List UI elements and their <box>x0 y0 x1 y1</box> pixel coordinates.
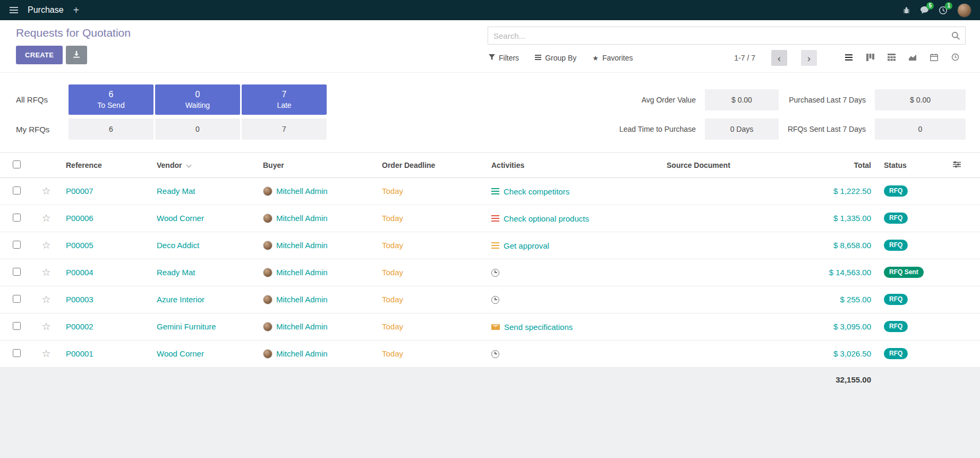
pager-previous-button[interactable]: ‹ <box>771 50 787 66</box>
row-checkbox[interactable] <box>13 214 21 222</box>
activity-label[interactable]: Check optional products <box>504 214 589 223</box>
row-checkbox[interactable] <box>13 268 21 276</box>
lead-time-value[interactable]: 0 Days <box>705 118 779 140</box>
buyer-link[interactable]: Mitchell Admin <box>276 186 328 196</box>
favorite-star-icon[interactable]: ☆ <box>41 321 50 332</box>
buyer-link[interactable]: Mitchell Admin <box>276 268 328 277</box>
vendor-link[interactable]: Wood Corner <box>157 214 204 223</box>
filters-button[interactable]: Filters <box>488 52 520 64</box>
tasks-icon[interactable] <box>491 188 499 194</box>
column-header-total[interactable]: Total <box>798 153 877 177</box>
row-checkbox[interactable] <box>13 349 21 357</box>
my-waiting-count[interactable]: 0 <box>155 118 240 140</box>
table-row[interactable]: ☆ P00001 Wood Corner Mitchell Admin Toda… <box>0 340 980 367</box>
source-document-value <box>660 259 798 286</box>
activities-icon[interactable]: 1 <box>939 6 948 15</box>
table-row[interactable]: ☆ P00005 Deco Addict Mitchell Admin Toda… <box>0 232 980 259</box>
clock-icon[interactable] <box>491 269 499 277</box>
buyer-link[interactable]: Mitchell Admin <box>276 295 328 304</box>
reference-link[interactable]: P00001 <box>66 349 93 358</box>
column-header-activities[interactable]: Activities <box>485 153 660 177</box>
pivot-view-button[interactable] <box>881 50 902 66</box>
row-checkbox[interactable] <box>13 241 21 249</box>
reference-link[interactable]: P00006 <box>66 214 93 223</box>
debug-bug-icon[interactable] <box>902 6 910 14</box>
reference-link[interactable]: P00002 <box>66 322 93 331</box>
dash-card-to-send[interactable]: 6 To Send <box>69 84 154 115</box>
favorite-star-icon[interactable]: ☆ <box>41 267 50 278</box>
tasks-icon[interactable] <box>491 242 499 249</box>
vendor-link[interactable]: Deco Addict <box>157 241 199 250</box>
pager-next-button[interactable]: › <box>801 50 817 66</box>
reference-link[interactable]: P00004 <box>66 268 93 277</box>
column-header-buyer[interactable]: Buyer <box>257 153 376 177</box>
buyer-avatar <box>263 186 272 196</box>
envelope-icon[interactable] <box>491 324 500 330</box>
activity-view-button[interactable] <box>944 50 966 66</box>
buyer-avatar <box>263 322 272 332</box>
list-view-button[interactable] <box>838 50 859 66</box>
messages-badge: 5 <box>926 2 934 10</box>
favorite-star-icon[interactable]: ☆ <box>41 185 50 197</box>
content-area: All RFQs 6 To Send 0 Waiting 7 Late My R… <box>0 73 980 458</box>
favorite-star-icon[interactable]: ☆ <box>41 240 50 251</box>
user-avatar[interactable] <box>957 3 972 18</box>
create-button[interactable]: CREATE <box>16 46 63 64</box>
column-header-status[interactable]: Status <box>877 153 947 177</box>
row-checkbox[interactable] <box>13 322 21 330</box>
dash-card-waiting[interactable]: 0 Waiting <box>155 84 240 115</box>
optional-columns-button[interactable] <box>947 153 980 177</box>
rfqs-sent-last-7-days-value[interactable]: 0 <box>875 118 966 140</box>
table-row[interactable]: ☆ P00006 Wood Corner Mitchell Admin Toda… <box>0 205 980 232</box>
buyer-link[interactable]: Mitchell Admin <box>276 241 328 250</box>
buyer-link[interactable]: Mitchell Admin <box>276 214 328 223</box>
favorite-star-icon[interactable]: ☆ <box>41 294 50 305</box>
column-header-vendor[interactable]: Vendor <box>150 153 257 177</box>
activity-label[interactable]: Get approval <box>504 241 549 250</box>
plus-icon[interactable]: + <box>73 5 80 15</box>
reference-link[interactable]: P00003 <box>66 295 93 304</box>
export-button[interactable] <box>66 46 87 64</box>
activity-label[interactable]: Send specifications <box>504 323 573 332</box>
column-header-source-document[interactable]: Source Document <box>660 153 798 177</box>
favorites-button[interactable]: ★ Favorites <box>591 52 634 64</box>
clock-icon[interactable] <box>491 296 499 304</box>
tasks-icon[interactable] <box>491 215 499 222</box>
column-header-order-deadline[interactable]: Order Deadline <box>376 153 485 177</box>
favorite-star-icon[interactable]: ☆ <box>41 213 50 224</box>
messages-icon[interactable]: 5 <box>920 6 929 14</box>
vendor-link[interactable]: Azure Interior <box>157 295 204 304</box>
search-input[interactable] <box>488 27 965 44</box>
buyer-link[interactable]: Mitchell Admin <box>276 349 328 358</box>
favorite-star-icon[interactable]: ☆ <box>41 348 50 359</box>
table-row[interactable]: ☆ P00002 Gemini Furniture Mitchell Admin… <box>0 313 980 340</box>
reference-link[interactable]: P00005 <box>66 241 93 250</box>
clock-icon[interactable] <box>491 350 499 358</box>
app-name[interactable]: Purchase <box>28 5 64 15</box>
group-by-button[interactable]: Group By <box>534 52 577 64</box>
calendar-view-button[interactable] <box>923 50 944 66</box>
apps-menu-icon[interactable] <box>8 5 19 15</box>
activity-label[interactable]: Check competitors <box>504 187 569 196</box>
select-all-checkbox[interactable] <box>13 160 21 168</box>
my-late-count[interactable]: 7 <box>242 118 327 140</box>
kanban-view-button[interactable] <box>859 50 881 66</box>
table-row[interactable]: ☆ P00007 Ready Mat Mitchell Admin Today … <box>0 177 980 205</box>
column-header-reference[interactable]: Reference <box>59 153 150 177</box>
vendor-link[interactable]: Ready Mat <box>157 268 195 277</box>
purchased-last-7-days-value[interactable]: $ 0.00 <box>875 89 966 111</box>
row-checkbox[interactable] <box>13 295 21 303</box>
vendor-link[interactable]: Gemini Furniture <box>157 322 216 331</box>
vendor-link[interactable]: Wood Corner <box>157 349 204 358</box>
vendor-link[interactable]: Ready Mat <box>157 186 195 196</box>
avg-order-value[interactable]: $ 0.00 <box>705 89 779 111</box>
row-checkbox[interactable] <box>13 186 21 194</box>
table-row[interactable]: ☆ P00004 Ready Mat Mitchell Admin Today … <box>0 259 980 286</box>
my-to-send-count[interactable]: 6 <box>69 118 154 140</box>
graph-view-button[interactable] <box>902 50 923 66</box>
reference-link[interactable]: P00007 <box>66 186 93 196</box>
search-icon[interactable] <box>951 31 960 42</box>
buyer-link[interactable]: Mitchell Admin <box>276 322 328 331</box>
dash-card-late[interactable]: 7 Late <box>242 84 327 115</box>
table-row[interactable]: ☆ P00003 Azure Interior Mitchell Admin T… <box>0 286 980 313</box>
